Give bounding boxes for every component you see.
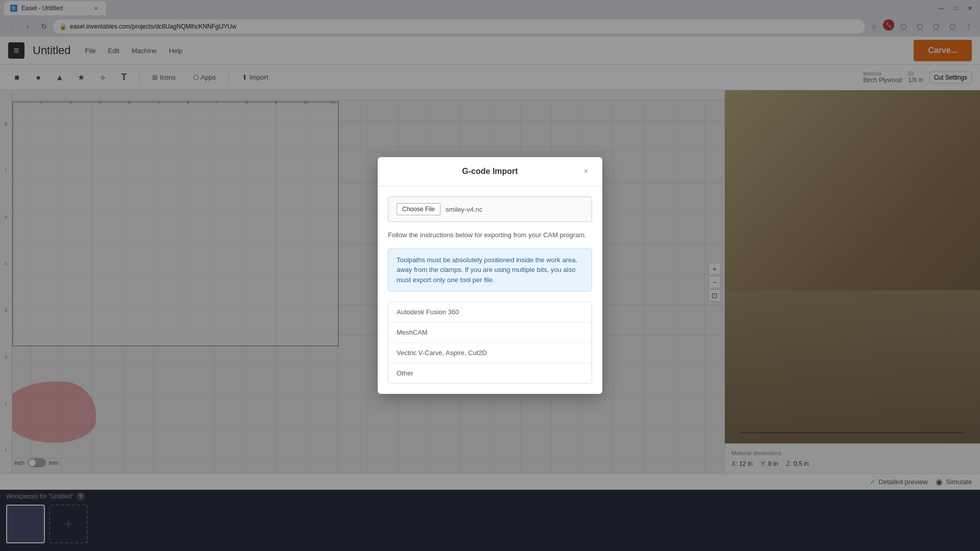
cam-item-fusion360[interactable]: Autodesk Fusion 360 xyxy=(388,302,592,322)
cam-item-other[interactable]: Other xyxy=(388,363,592,383)
warning-text: Toolpaths must be absolutely positioned … xyxy=(397,255,583,285)
modal-backdrop: G-code Import × Choose File smiley-v4.nc… xyxy=(0,0,980,551)
dialog-close-button[interactable]: × xyxy=(580,165,592,178)
cam-item-meshcam[interactable]: MeshCAM xyxy=(388,322,592,343)
file-input-area: Choose File smiley-v4.nc xyxy=(388,196,592,222)
info-message: Follow the instructions below for export… xyxy=(388,230,592,240)
cam-program-list: Autodesk Fusion 360 MeshCAM Vectric V-Ca… xyxy=(388,302,592,384)
dialog-body: Choose File smiley-v4.nc Follow the inst… xyxy=(378,186,602,394)
dialog-title: G-code Import xyxy=(400,167,580,176)
warning-box: Toolpaths must be absolutely positioned … xyxy=(388,248,592,292)
cam-item-vectric[interactable]: Vectric V-Carve, Aspire, Cut2D xyxy=(388,343,592,363)
file-name-label: smiley-v4.nc xyxy=(446,206,482,213)
gcode-import-dialog: G-code Import × Choose File smiley-v4.nc… xyxy=(378,157,602,394)
dialog-header: G-code Import × xyxy=(378,157,602,186)
choose-file-button[interactable]: Choose File xyxy=(397,203,440,215)
